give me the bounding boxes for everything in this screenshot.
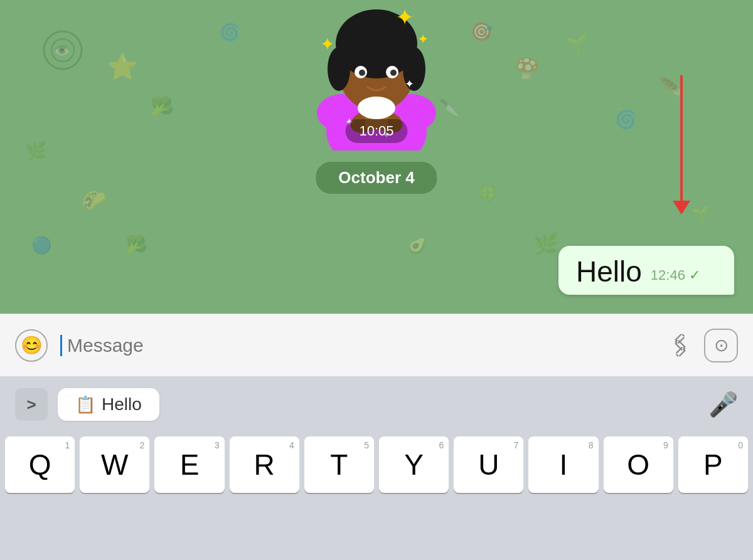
arrow-line (680, 75, 683, 201)
emoji-button[interactable]: 😊 (15, 329, 48, 362)
svg-text:⭐: ⭐ (107, 51, 138, 82)
svg-text:🌀: 🌀 (615, 109, 637, 130)
svg-text:👁️: 👁️ (53, 42, 71, 59)
red-arrow (673, 75, 690, 214)
svg-text:🥑: 🥑 (408, 236, 427, 255)
svg-point-33 (359, 70, 365, 76)
message-bubble: Hello 12:46 ✓ (558, 246, 734, 295)
svg-text:🌱: 🌱 (690, 204, 711, 224)
svg-text:🌿: 🌿 (25, 140, 47, 161)
svg-text:🌮: 🌮 (82, 188, 107, 212)
key-q[interactable]: 1Q (5, 436, 75, 493)
svg-text:✦: ✦ (417, 31, 429, 47)
svg-text:🥦: 🥦 (125, 235, 147, 255)
clipboard-icon: 📋 (75, 395, 95, 415)
message-time: 12:46 (651, 267, 685, 283)
mic-icon: 🎤 (708, 391, 738, 418)
suggestion-text: Hello (102, 394, 142, 415)
date-badge: October 4 (316, 162, 437, 194)
expand-button[interactable]: > (15, 388, 48, 421)
message-input[interactable] (60, 335, 656, 356)
svg-text:✦: ✦ (320, 34, 334, 54)
svg-text:✦: ✦ (395, 4, 414, 30)
mic-button[interactable]: 🎤 (708, 391, 738, 418)
keyboard-row-1: 1Q2W3E4R5T6Y7U8I9O0P (5, 436, 748, 493)
svg-text:✦: ✦ (405, 78, 414, 90)
camera-icon: ⊙ (714, 335, 729, 356)
suggestion-bar: > 📋 Hello 🎤 (0, 376, 753, 433)
check-icon: ✓ (689, 267, 700, 283)
key-r[interactable]: 4R (230, 436, 299, 493)
key-o[interactable]: 9O (604, 436, 673, 493)
key-e[interactable]: 3E (154, 436, 224, 493)
message-meta: 12:46 ✓ (651, 267, 700, 286)
svg-text:🎯: 🎯 (471, 21, 493, 42)
svg-text:🌿: 🌿 (533, 232, 558, 256)
svg-text:🥦: 🥦 (151, 95, 174, 118)
camera-button[interactable]: ⊙ (704, 329, 738, 362)
emoji-icon: 😊 (21, 335, 43, 356)
svg-point-30 (358, 97, 395, 119)
svg-point-34 (390, 70, 397, 76)
chat-area: 👁️ ⭐ 🥦 🌿 🌮 🥦 🔵 🎯 🍄 🔪 🌱 🌀 🪶 🍀 🌿 🥑 🌱 🌀 (0, 0, 753, 314)
input-bar: 😊 🖇 ⊙ (0, 314, 753, 376)
key-y[interactable]: 6Y (379, 436, 449, 493)
svg-text:🔵: 🔵 (31, 235, 52, 255)
svg-text:🌀: 🌀 (220, 22, 240, 42)
svg-text:🌱: 🌱 (565, 33, 589, 55)
suggestion-chip[interactable]: 📋 Hello (58, 388, 159, 421)
key-w[interactable]: 2W (80, 436, 149, 493)
attach-icon: 🖇 (663, 328, 697, 362)
arrow-head (673, 201, 690, 214)
keyboard-area: 1Q2W3E4R5T6Y7U8I9O0P (0, 433, 753, 560)
key-i[interactable]: 8I (528, 436, 598, 493)
message-text: Hello (576, 257, 642, 286)
key-u[interactable]: 7U (454, 436, 523, 493)
svg-text:🍄: 🍄 (515, 56, 540, 80)
key-p[interactable]: 0P (678, 436, 748, 493)
svg-text:🍀: 🍀 (477, 184, 499, 205)
app-container: 👁️ ⭐ 🥦 🌿 🌮 🥦 🔵 🎯 🍄 🔪 🌱 🌀 🪶 🍀 🌿 🥑 🌱 🌀 (0, 0, 753, 560)
attach-button[interactable]: 🖇 (665, 329, 697, 361)
key-t[interactable]: 5T (304, 436, 374, 493)
sticker-timestamp: 10:05 (345, 119, 407, 143)
